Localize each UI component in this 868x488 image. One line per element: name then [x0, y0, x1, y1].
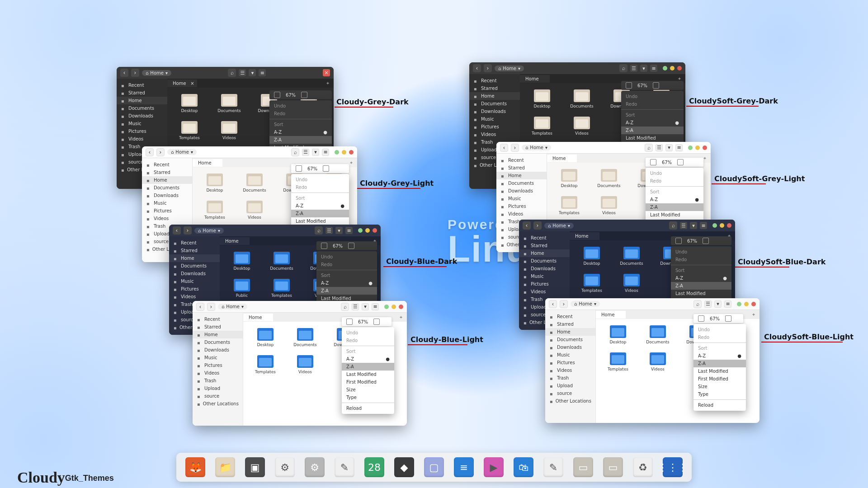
sidebar-item[interactable]: ▪Recent	[193, 315, 243, 323]
sidebar-item[interactable]: ▪Pictures	[519, 280, 570, 288]
folder-item[interactable]: Documents	[241, 174, 268, 192]
folder-item[interactable]: Videos	[216, 121, 242, 140]
sidebar-item[interactable]: ▪Pictures	[169, 285, 220, 293]
dock-app-screenshot[interactable]: ▢	[424, 457, 444, 477]
hamburger-button[interactable]: ≡	[259, 69, 266, 76]
new-tab-button[interactable]: ＋	[395, 314, 407, 320]
sidebar-item[interactable]: ▪Downloads	[142, 192, 192, 199]
menu-sort-az[interactable]: A-Z●	[671, 274, 731, 282]
minimize-button[interactable]	[712, 223, 717, 228]
search-button[interactable]: ⌕	[228, 69, 236, 77]
sidebar-item[interactable]: ▪Home	[469, 92, 520, 100]
folder-item[interactable]: Videos	[241, 201, 268, 220]
folder-item[interactable]: Templates	[529, 117, 555, 136]
menu-redo[interactable]: Redo	[693, 333, 746, 341]
menu-sort-size[interactable]: Size	[342, 386, 394, 394]
sidebar-item[interactable]: ▪Videos	[117, 135, 167, 143]
menu-sort-last-modified[interactable]: Last Modified	[291, 217, 349, 225]
menu-sort-az[interactable]: A-Z●	[269, 128, 332, 136]
menu-redo[interactable]: Redo	[316, 261, 377, 268]
forward-button[interactable]: ›	[484, 64, 492, 72]
view-list-button[interactable]: ☰	[326, 227, 333, 234]
forward-button[interactable]: ›	[560, 300, 568, 308]
menu-reload[interactable]: Reload	[342, 404, 394, 412]
sidebar-item[interactable]: ▪Other Locations	[193, 400, 243, 408]
folder-item[interactable]: Templates	[252, 355, 278, 374]
menu-redo[interactable]: Redo	[646, 177, 703, 185]
folder-item[interactable]: Desktop	[579, 247, 605, 266]
forward-button[interactable]: ›	[511, 144, 519, 152]
folder-item[interactable]: Templates	[269, 279, 295, 298]
breadcrumb[interactable]: ⌂Home▾	[522, 145, 551, 150]
sidebar-item[interactable]: ▪Starred	[169, 247, 220, 254]
menu-sort-za[interactable]: Z-A	[269, 136, 332, 144]
sidebar-item[interactable]: ▪Music	[193, 354, 243, 361]
folder-item[interactable]: Desktop	[529, 89, 555, 108]
sidebar-item[interactable]: ▪Other Locations	[545, 397, 595, 405]
sidebar-item[interactable]: ▪Pictures	[496, 202, 547, 210]
sidebar-item[interactable]: ▪Home	[193, 331, 243, 338]
folder-item[interactable]: Videos	[645, 352, 671, 371]
view-menu-button[interactable]: ▾	[690, 222, 697, 229]
sidebar-item[interactable]: ▪Recent	[545, 313, 595, 320]
dock-app-software[interactable]: 🛍	[514, 457, 533, 477]
search-button[interactable]: ⌕	[619, 64, 627, 72]
minimize-button[interactable]	[335, 150, 339, 155]
sidebar-item[interactable]: ▪Documents	[469, 100, 520, 108]
menu-sort-za[interactable]: Z-A	[316, 287, 377, 295]
minimize-button[interactable]	[663, 66, 667, 70]
back-button[interactable]: ‹	[146, 148, 154, 156]
folder-item[interactable]: Templates	[579, 274, 605, 293]
menu-undo[interactable]: Undo	[693, 326, 746, 333]
menu-undo[interactable]: Undo	[621, 93, 684, 100]
sidebar-item[interactable]: ▪Starred	[496, 164, 547, 172]
dock-app-drive2[interactable]: ▭	[603, 457, 623, 477]
dock-app-document[interactable]: ≡	[454, 457, 474, 477]
sidebar-item[interactable]: ▪Downloads	[519, 265, 570, 272]
dock-app-files[interactable]: 📁	[215, 457, 235, 477]
zoom-out-button[interactable]	[346, 319, 353, 325]
dock-app-firefox[interactable]: 🦊	[185, 457, 205, 477]
folder-item[interactable]: Templates	[202, 201, 228, 220]
sidebar-item[interactable]: ▪Recent	[496, 156, 547, 164]
zoom-in-button[interactable]	[323, 165, 329, 172]
tab-home[interactable]: Home	[596, 311, 626, 319]
menu-sort-az[interactable]: A-Z●	[621, 119, 684, 127]
zoom-out-button[interactable]	[650, 159, 656, 165]
sidebar-item[interactable]: ▪Videos	[519, 288, 570, 296]
menu-sort-za[interactable]: Z-A	[693, 360, 746, 367]
menu-redo[interactable]: Redo	[269, 110, 332, 117]
sidebar-item[interactable]: ▪Starred	[545, 320, 595, 328]
menu-sort-za[interactable]: Z-A	[671, 282, 731, 290]
sidebar-item[interactable]: ▪Starred	[117, 89, 167, 97]
sidebar-item[interactable]: ▪Music	[469, 115, 520, 123]
zoom-out-button[interactable]	[626, 82, 632, 89]
search-button[interactable]: ⌕	[315, 226, 323, 235]
sidebar-item[interactable]: ▪Documents	[169, 262, 220, 270]
sidebar-item[interactable]: ▪Home	[142, 176, 192, 184]
menu-undo[interactable]: Undo	[291, 176, 349, 183]
sidebar-item[interactable]: ▪Upload	[545, 382, 595, 389]
maximize-button[interactable]	[365, 228, 370, 233]
dock-app-calendar[interactable]: 28	[364, 457, 384, 477]
folder-item[interactable]: Templates	[605, 352, 631, 371]
sidebar-item[interactable]: ▪Documents	[117, 104, 167, 112]
breadcrumb[interactable]: ⌂Home▾	[167, 149, 197, 155]
new-tab-button[interactable]: ＋	[748, 311, 760, 318]
menu-redo[interactable]: Redo	[291, 183, 349, 191]
breadcrumb[interactable]: ⌂Home▾	[571, 301, 600, 307]
close-button[interactable]	[751, 302, 756, 306]
sidebar-item[interactable]: ▪Videos	[142, 215, 192, 222]
menu-sort-last-modified[interactable]: Last Modified	[646, 211, 703, 219]
minimize-button[interactable]	[384, 305, 389, 309]
sidebar-item[interactable]: ▪Pictures	[142, 207, 192, 215]
menu-sort-first-modified[interactable]: First Modified	[693, 375, 746, 383]
back-button[interactable]: ‹	[196, 303, 204, 311]
hamburger-button[interactable]: ≡	[700, 222, 707, 229]
tab-home[interactable]: Home	[547, 155, 577, 162]
minimize-button[interactable]	[688, 145, 693, 150]
forward-button[interactable]: ›	[184, 226, 192, 235]
sidebar-item[interactable]: ▪Pictures	[193, 361, 243, 369]
folder-item[interactable]: Videos	[618, 274, 645, 293]
back-button[interactable]: ‹	[473, 64, 481, 72]
